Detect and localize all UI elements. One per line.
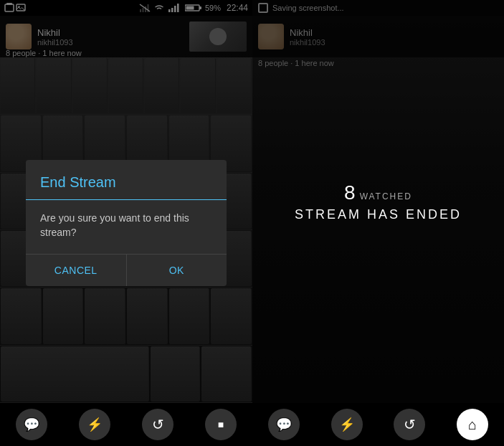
watched-line: 8 WATCHED <box>344 181 412 204</box>
dialog-body: Are you sure you want to end this stream… <box>26 200 227 254</box>
home-button-right[interactable]: ⌂ <box>457 409 488 440</box>
bolt-button-left[interactable]: ⚡ <box>79 409 110 440</box>
replay-icon-right: ↺ <box>404 416 416 433</box>
bolt-button-right[interactable]: ⚡ <box>331 409 363 440</box>
dialog-title: End Stream <box>26 160 227 200</box>
replay-button-right[interactable]: ↺ <box>394 409 425 440</box>
toolbar-right: 💬 ⚡ ↺ ⌂ <box>252 403 504 446</box>
chat-button-left[interactable]: 💬 <box>16 409 47 440</box>
stop-button-left[interactable]: ■ <box>205 409 237 440</box>
toolbar-left: 💬 ⚡ ↺ ■ <box>0 403 252 446</box>
stream-ended-overlay: 8 WATCHED STREAM HAS ENDED <box>252 0 504 403</box>
chat-icon-left: 💬 <box>24 417 39 432</box>
replay-button-left[interactable]: ↺ <box>142 409 173 440</box>
chat-icon-right: 💬 <box>276 417 292 432</box>
right-panel: Saving screenshot... Nikhil nikhil1093 8… <box>252 0 504 446</box>
bolt-icon-right: ⚡ <box>339 417 355 432</box>
bolt-icon-left: ⚡ <box>87 417 103 432</box>
stream-ended-text: STREAM HAS ENDED <box>295 207 462 222</box>
ok-button[interactable]: Ok <box>127 255 227 286</box>
end-stream-dialog: End Stream Are you sure you want to end … <box>26 160 227 286</box>
replay-icon-left: ↺ <box>152 416 164 433</box>
watched-count: 8 <box>344 181 356 204</box>
dialog-buttons: Cancel Ok <box>26 254 227 286</box>
cancel-button[interactable]: Cancel <box>26 255 127 286</box>
stop-icon-left: ■ <box>218 419 224 430</box>
dialog-overlay: End Stream Are you sure you want to end … <box>0 0 252 403</box>
home-icon-right: ⌂ <box>468 417 477 433</box>
watched-label: WATCHED <box>360 191 412 201</box>
left-panel: 59% 22:44 Nikhil nikhil1093 8 people · 1… <box>0 0 252 446</box>
chat-button-right[interactable]: 💬 <box>268 409 300 440</box>
